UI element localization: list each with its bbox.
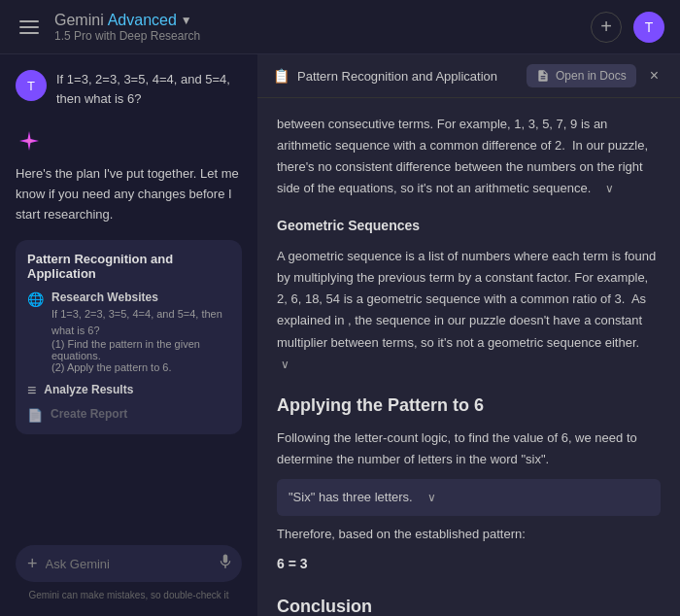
doc-p-geometric: A geometric sequence is a list of number… [277, 246, 661, 375]
new-chat-button[interactable]: + [591, 12, 622, 43]
research-websites-title: Research Websites [51, 291, 230, 304]
result-value: 6 = 3 [277, 553, 661, 576]
plan-item-analyze: ≡ Analyze Results [27, 381, 230, 399]
disclaimer-text: Gemini can make mistakes, so double-chec… [16, 590, 242, 600]
user-avatar-header[interactable]: T [633, 12, 664, 43]
plan-item-report: 📄 Create Report [27, 407, 230, 423]
applying-section-heading: Applying the Pattern to 6 [277, 391, 661, 421]
title-advanced: Advanced [108, 12, 177, 29]
arithmetic-expand-btn[interactable]: ∨ [601, 182, 618, 195]
input-bar: + [16, 545, 242, 582]
left-panel: T If 1=3, 2=3, 3=5, 4=4, and 5=4, then w… [0, 54, 257, 616]
open-docs-button[interactable]: Open in Docs [527, 64, 636, 87]
six-expand-btn[interactable]: ∨ [424, 491, 440, 504]
ai-response: Here's the plan I've put together. Let m… [16, 127, 242, 224]
doc-section-arithmetic: between consecutive terms. For example, … [277, 114, 661, 199]
ask-gemini-input[interactable] [46, 557, 209, 571]
input-plus-icon[interactable]: + [27, 554, 38, 574]
geometric-section-title: Geometric Sequences [277, 215, 661, 238]
user-question-text: If 1=3, 2=3, 3=5, 4=4, and 5=4, then wha… [56, 70, 242, 108]
title-gemini: Gemini [54, 12, 104, 29]
research-websites-desc: If 1=3, 2=3, 3=5, 4=4, and 5=4, then wha… [51, 306, 230, 338]
close-button[interactable]: × [644, 65, 664, 86]
ai-intro-text: Here's the plan I've put together. Let m… [16, 164, 242, 224]
open-docs-label: Open in Docs [556, 69, 627, 83]
right-panel: 📋 Pattern Recognition and Application Op… [257, 54, 680, 616]
research-step2: (2) Apply the pattern to 6. [51, 361, 230, 373]
doc-header: 📋 Pattern Recognition and Application Op… [257, 54, 680, 98]
mic-icon[interactable] [217, 553, 234, 574]
plan-item-research: 🌐 Research Websites If 1=3, 2=3, 3=5, 4=… [27, 291, 230, 373]
doc-section-conclusion: Conclusion This puzzle highlights the im… [277, 592, 661, 617]
geometric-expand-btn[interactable]: ∨ [277, 358, 293, 371]
six-letters-box: "Six" has three letters. ∨ [277, 479, 661, 516]
header-title-block: Gemini Advanced ▼ 1.5 Pro with Deep Rese… [54, 12, 200, 43]
doc-p-applying: Following the letter-count logic, to fin… [277, 428, 661, 470]
doc-p-arithmetic: between consecutive terms. For example, … [277, 114, 661, 199]
research-step1: (1) Find the pattern in the given equati… [51, 338, 230, 361]
app-header: Gemini Advanced ▼ 1.5 Pro with Deep Rese… [0, 0, 680, 54]
title-dropdown-icon[interactable]: ▼ [181, 14, 192, 27]
conclusion-heading: Conclusion [277, 592, 661, 617]
doc-header-title: Pattern Recognition and Application [297, 69, 519, 84]
doc-header-icon: 📋 [273, 68, 289, 84]
header-main-title: Gemini Advanced ▼ [54, 12, 200, 29]
report-icon: 📄 [27, 408, 43, 423]
gemini-star-icon [16, 127, 43, 154]
report-title: Create Report [51, 407, 127, 421]
plan-card-title: Pattern Recognition and Application [27, 252, 230, 281]
doc-p-therefore: Therefore, based on the established patt… [277, 524, 661, 545]
doc-section-applying: Applying the Pattern to 6 Following the … [277, 391, 661, 576]
doc-section-geometric: Geometric Sequences A geometric sequence… [277, 215, 661, 374]
analyze-icon: ≡ [27, 382, 36, 399]
plan-card: Pattern Recognition and Application 🌐 Re… [16, 240, 242, 434]
user-message: T If 1=3, 2=3, 3=5, 4=4, and 5=4, then w… [16, 70, 242, 108]
main-layout: T If 1=3, 2=3, 3=5, 4=4, and 5=4, then w… [0, 54, 680, 616]
header-subtitle: 1.5 Pro with Deep Research [54, 29, 200, 43]
menu-icon[interactable] [16, 17, 43, 38]
research-websites-icon: 🌐 [27, 291, 44, 307]
doc-content: between consecutive terms. For example, … [257, 98, 680, 616]
research-websites-content: Research Websites If 1=3, 2=3, 3=5, 4=4,… [51, 291, 230, 373]
analyze-title: Analyze Results [44, 383, 133, 396]
user-avatar: T [16, 70, 47, 101]
